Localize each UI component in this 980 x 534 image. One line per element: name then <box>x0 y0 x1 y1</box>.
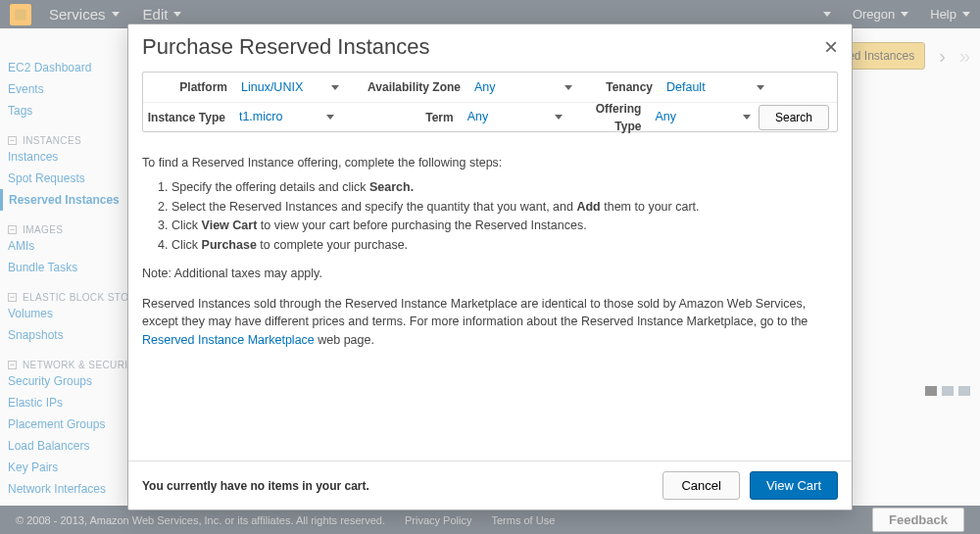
intro-text: To find a Reserved Instance offering, co… <box>142 154 838 172</box>
step-bold: Purchase <box>202 238 257 252</box>
chevron-down-icon <box>331 85 339 90</box>
platform-select[interactable]: Linux/UNIX <box>233 78 347 97</box>
purchase-ri-modal: Purchase Reserved Instances × Platform L… <box>127 24 853 510</box>
marketplace-paragraph: Reserved Instances sold through the Rese… <box>142 295 838 350</box>
cart-status-text: You currently have no items in your cart… <box>142 479 369 493</box>
term-select[interactable]: Any <box>460 108 571 126</box>
step-text: Click <box>172 238 202 252</box>
modal-title: Purchase Reserved Instances <box>142 34 430 60</box>
step-bold: Search. <box>369 180 414 194</box>
para-text: web page. <box>318 333 374 347</box>
para-text: Reserved Instances sold through the Rese… <box>142 297 808 329</box>
itype-value: t1.micro <box>239 108 282 126</box>
step-bold: Add <box>576 200 600 214</box>
step-2: Select the Reserved Instances and specif… <box>172 198 838 217</box>
chevron-down-icon <box>326 115 334 120</box>
step-1: Specify the offering details and click S… <box>172 178 838 197</box>
az-select[interactable]: Any <box>466 78 580 97</box>
itype-select[interactable]: t1.micro <box>231 108 343 126</box>
itype-label: Instance Type <box>143 109 231 126</box>
az-value: Any <box>474 78 496 97</box>
step-text: them to your cart. <box>601 200 700 214</box>
steps-list: Specify the offering details and click S… <box>172 178 838 255</box>
otype-label: Offering Type <box>570 100 647 135</box>
chevron-down-icon <box>564 85 572 90</box>
term-value: Any <box>467 108 489 126</box>
step-bold: View Cart <box>202 218 258 232</box>
tenancy-value: Default <box>666 78 706 97</box>
cancel-button[interactable]: Cancel <box>662 471 739 500</box>
az-label: Availability Zone <box>347 78 466 96</box>
otype-select[interactable]: Any <box>647 108 759 126</box>
search-button[interactable]: Search <box>759 105 829 130</box>
step-text: Specify the offering details and click <box>172 180 369 194</box>
otype-value: Any <box>655 108 676 126</box>
platform-label: Platform <box>143 78 233 96</box>
note-text: Note: Additional taxes may apply. <box>142 265 838 283</box>
ri-marketplace-link[interactable]: Reserved Instance Marketplace <box>142 333 315 347</box>
step-text: to view your cart before purchasing the … <box>257 218 586 232</box>
term-label: Term <box>342 109 459 126</box>
step-4: Click Purchase to complete your purchase… <box>172 236 838 255</box>
platform-value: Linux/UNIX <box>241 78 303 97</box>
step-3: Click View Cart to view your cart before… <box>172 217 838 235</box>
view-cart-button[interactable]: View Cart <box>750 471 838 500</box>
chevron-down-icon <box>757 85 764 90</box>
filter-box: Platform Linux/UNIX Availability Zone An… <box>142 72 838 132</box>
chevron-down-icon <box>555 115 563 120</box>
step-text: Click <box>172 218 202 232</box>
step-text: to complete your purchase. <box>257 238 408 252</box>
step-text: Select the Reserved Instances and specif… <box>172 200 576 214</box>
close-icon[interactable]: × <box>824 35 838 59</box>
tenancy-select[interactable]: Default <box>659 78 772 97</box>
chevron-down-icon <box>743 115 751 120</box>
tenancy-label: Tenancy <box>580 78 659 96</box>
